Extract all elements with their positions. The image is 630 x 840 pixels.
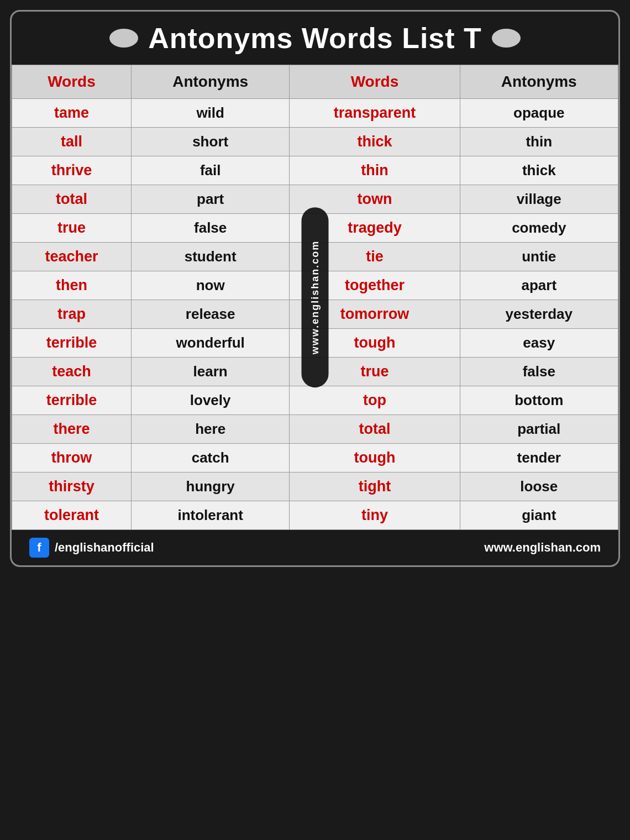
table-row: thirstyhungrytightloose [12, 473, 618, 501]
word-cell: tame [12, 99, 132, 128]
table-row: tamewildtransparentopaque [12, 99, 618, 128]
antonym-cell: bottom [460, 386, 618, 415]
word-cell: then [12, 271, 132, 300]
word-cell: true [12, 214, 132, 243]
antonym-cell: wild [131, 99, 289, 128]
antonym-cell: thin [460, 128, 618, 156]
word-cell: teacher [12, 243, 132, 271]
footer: f /englishanofficial www.englishan.com [12, 530, 618, 565]
table-header-row: Words Antonyms Words Antonyms [12, 65, 618, 99]
antonym-cell: catch [131, 444, 289, 473]
antonym-cell: loose [460, 473, 618, 501]
antonym-cell: false [131, 214, 289, 243]
table-row: tolerantintoleranttinygiant [12, 501, 618, 530]
antonym-cell: village [460, 185, 618, 214]
antonym-cell: release [131, 300, 289, 329]
title-oval-left [109, 29, 138, 48]
table-row: thereheretotalpartial [12, 415, 618, 444]
antonym-cell: fail [131, 156, 289, 185]
word-cell: top [290, 386, 460, 415]
antonym-cell: thick [460, 156, 618, 185]
header-antonyms-2: Antonyms [460, 65, 618, 99]
word-cell: there [12, 415, 132, 444]
facebook-icon: f [29, 538, 49, 558]
word-cell: throw [12, 444, 132, 473]
word-cell: tight [290, 473, 460, 501]
antonym-cell: easy [460, 329, 618, 358]
footer-website: www.englishan.com [484, 540, 601, 555]
word-cell: trap [12, 300, 132, 329]
antonym-cell: learn [131, 358, 289, 386]
footer-social-text: /englishanofficial [55, 540, 154, 555]
table-row: terriblelovelytopbottom [12, 386, 618, 415]
antonym-cell: giant [460, 501, 618, 530]
title-oval-right [492, 29, 521, 48]
watermark-text: www.englishan.com [302, 207, 329, 387]
antonym-cell: hungry [131, 473, 289, 501]
antonym-cell: lovely [131, 386, 289, 415]
antonym-cell: wonderful [131, 329, 289, 358]
antonym-cell: tender [460, 444, 618, 473]
antonym-cell: apart [460, 271, 618, 300]
antonym-cell: untie [460, 243, 618, 271]
table-row: throwcatchtoughtender [12, 444, 618, 473]
word-cell: tolerant [12, 501, 132, 530]
word-cell: total [290, 415, 460, 444]
word-cell: thin [290, 156, 460, 185]
antonym-cell: comedy [460, 214, 618, 243]
header-words-2: Words [290, 65, 460, 99]
word-cell: transparent [290, 99, 460, 128]
antonym-cell: part [131, 185, 289, 214]
antonym-cell: partial [460, 415, 618, 444]
header-words-1: Words [12, 65, 132, 99]
page-title: Antonyms Words List T [148, 22, 482, 55]
main-container: Antonyms Words List T Words Antonyms Wor… [10, 10, 620, 567]
word-cell: tall [12, 128, 132, 156]
word-cell: thrive [12, 156, 132, 185]
antonym-cell: now [131, 271, 289, 300]
word-cell: terrible [12, 329, 132, 358]
footer-social: f /englishanofficial [29, 538, 154, 558]
watermark-container: www.englishan.com [302, 207, 329, 387]
antonym-cell: short [131, 128, 289, 156]
word-cell: tough [290, 444, 460, 473]
antonym-cell: student [131, 243, 289, 271]
word-cell: thick [290, 128, 460, 156]
antonym-cell: intolerant [131, 501, 289, 530]
word-cell: teach [12, 358, 132, 386]
title-bar: Antonyms Words List T [12, 12, 618, 65]
table-row: tallshortthickthin [12, 128, 618, 156]
word-cell: thirsty [12, 473, 132, 501]
antonym-cell: opaque [460, 99, 618, 128]
antonym-cell: here [131, 415, 289, 444]
antonym-cell: false [460, 358, 618, 386]
word-cell: total [12, 185, 132, 214]
word-cell: terrible [12, 386, 132, 415]
header-antonyms-1: Antonyms [131, 65, 289, 99]
table-row: thrivefailthinthick [12, 156, 618, 185]
table-wrapper: Words Antonyms Words Antonyms tamewildtr… [12, 65, 618, 530]
antonym-cell: yesterday [460, 300, 618, 329]
word-cell: tiny [290, 501, 460, 530]
